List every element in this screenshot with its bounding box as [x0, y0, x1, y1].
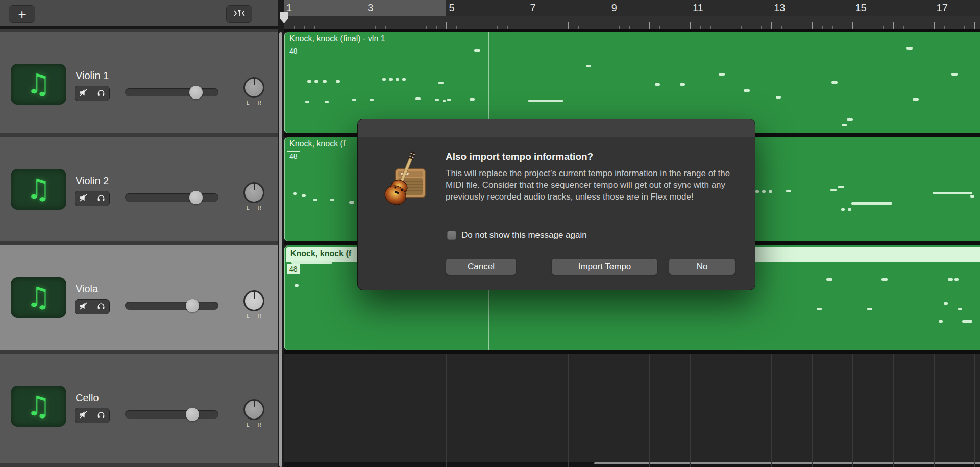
pan-pointer	[254, 184, 255, 190]
cancel-button[interactable]: Cancel	[446, 259, 516, 275]
midi-note	[962, 320, 972, 323]
midi-region[interactable]: Knock, knock (final) - vln 1 48	[284, 32, 980, 133]
ruler-tick	[528, 22, 528, 29]
ruler-tick	[843, 26, 843, 29]
ruler-tick	[446, 22, 447, 29]
mute-button[interactable]	[75, 191, 92, 206]
pan-pointer	[254, 401, 255, 407]
ruler-tick	[589, 26, 589, 29]
pan-knob[interactable]: L R	[243, 399, 264, 420]
import-tempo-button[interactable]: Import Tempo	[552, 259, 657, 275]
volume-knob[interactable]	[189, 191, 203, 204]
ruler-tick	[314, 26, 315, 29]
midi-note	[838, 186, 844, 188]
pan-knob[interactable]: L R	[243, 77, 264, 98]
region-badge-48: 48	[287, 264, 300, 274]
ruler-tick	[538, 26, 538, 29]
pan-right-label: R	[258, 422, 261, 428]
midi-note	[352, 99, 356, 101]
midi-note	[786, 190, 791, 192]
track-header[interactable]: ♫ Viola	[0, 245, 278, 350]
solo-button[interactable]	[92, 300, 109, 314]
solo-button[interactable]	[92, 191, 109, 206]
track-header[interactable]: ♫ Cello	[0, 354, 278, 463]
checkbox-label: Do not show this message again	[461, 230, 587, 240]
midi-note	[470, 98, 475, 101]
bar-ruler[interactable]: 1357911131517	[284, 0, 980, 32]
volume-slider[interactable]	[125, 193, 218, 202]
ruler-tick	[893, 22, 894, 29]
midi-note	[435, 99, 439, 101]
ruler-tick	[599, 26, 599, 29]
bar-gridline	[893, 354, 894, 467]
ruler-tick	[578, 26, 579, 29]
ruler-tick	[680, 26, 680, 29]
midi-note	[415, 97, 421, 100]
track-header[interactable]: ♫ Violin 1	[0, 32, 278, 133]
midi-note	[655, 83, 660, 86]
ruler-tick	[792, 26, 792, 29]
ruler-tick	[345, 26, 345, 29]
ruler-bar-number: 11	[693, 2, 703, 14]
midi-note	[438, 82, 444, 84]
ruler-tick	[416, 26, 416, 29]
ruler-tick	[507, 26, 508, 29]
midi-note	[719, 73, 725, 76]
mute-button[interactable]	[75, 408, 92, 423]
pan-knob[interactable]: L R	[243, 182, 264, 203]
mute-solo-group	[75, 408, 110, 423]
volume-knob[interactable]	[186, 299, 199, 312]
midi-note	[291, 261, 332, 264]
track-name: Viola	[76, 283, 98, 295]
instrument-icon: ♫	[11, 64, 66, 105]
instrument-icon: ♫	[11, 386, 66, 427]
ruler-tick	[852, 22, 853, 29]
midi-note	[305, 101, 309, 103]
garageband-guitar-amp-icon	[378, 149, 429, 211]
no-button[interactable]: No	[669, 259, 735, 275]
track-header-panel: + ♫ Violin 1	[0, 0, 278, 467]
pan-knob[interactable]: L R	[243, 290, 264, 311]
ruler-bar-number: 17	[937, 2, 948, 14]
bar-gridline	[649, 354, 650, 467]
track-header[interactable]: ♫ Violin 2	[0, 137, 278, 241]
pan-left-label: L	[247, 422, 250, 428]
volume-slider[interactable]	[125, 88, 218, 96]
volume-knob[interactable]	[186, 408, 199, 421]
midi-note	[443, 100, 446, 102]
midi-note	[881, 278, 888, 281]
ruler-bar-number: 3	[368, 2, 373, 14]
ruler-bar-number: 7	[530, 2, 536, 14]
ruler-tick	[487, 22, 487, 29]
solo-button[interactable]	[92, 86, 109, 101]
volume-slider[interactable]	[125, 302, 218, 310]
mute-button[interactable]	[75, 86, 92, 101]
ruler-tick	[375, 26, 376, 29]
horizontal-scrollbar-thumb[interactable]	[594, 462, 980, 464]
bar-gridline	[568, 354, 569, 467]
ruler-tick	[518, 26, 518, 29]
ruler-tick	[883, 26, 884, 29]
ruler-tick	[771, 22, 772, 29]
ruler-tick	[619, 26, 620, 29]
ruler-tick	[659, 26, 660, 29]
do-not-show-checkbox[interactable]	[447, 231, 456, 240]
ruler-tick	[721, 26, 721, 29]
filter-tracks-button[interactable]	[226, 5, 252, 23]
mute-button[interactable]	[75, 300, 92, 314]
region-badge-48: 48	[287, 151, 300, 161]
ruler-tick	[944, 26, 945, 29]
midi-note	[314, 80, 318, 83]
solo-button[interactable]	[92, 408, 109, 423]
add-track-button[interactable]: +	[9, 5, 35, 23]
midi-note	[817, 308, 822, 310]
divider-handle[interactable]	[279, 32, 282, 467]
ruler-tick	[304, 26, 305, 29]
volume-knob[interactable]	[189, 86, 203, 99]
bar-gridline	[731, 354, 731, 467]
music-note-icon: ♫	[26, 284, 51, 311]
midi-note	[447, 99, 451, 101]
volume-slider[interactable]	[125, 410, 218, 419]
midi-note	[302, 194, 306, 197]
panel-divider	[278, 0, 284, 467]
